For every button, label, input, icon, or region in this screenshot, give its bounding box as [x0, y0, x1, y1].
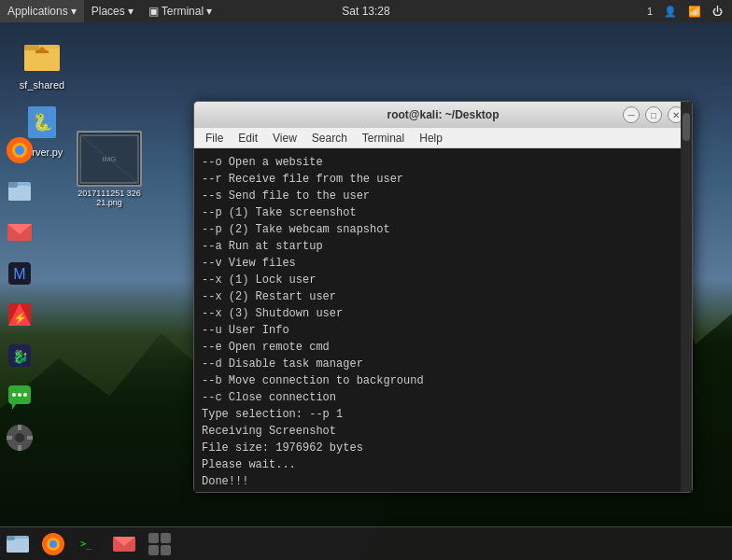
svg-rect-51 [161, 545, 171, 555]
maximize-button[interactable]: □ [645, 106, 662, 123]
taskbar-clock: Sat 13:28 [342, 5, 389, 18]
terminal-scrollbar-thumb[interactable] [683, 113, 690, 141]
svg-rect-34 [18, 425, 21, 430]
terminal-line: Total bytes received: 1976962 bytes [202, 490, 684, 492]
svg-text:>_: >_ [80, 539, 92, 550]
svg-rect-40 [7, 536, 15, 540]
menu-edit[interactable]: Edit [231, 128, 265, 148]
terminal-line: --p (1) Take screenshot [202, 204, 684, 221]
sidebar-icon-app4[interactable]: M [0, 254, 39, 293]
svg-text:M: M [13, 266, 25, 282]
bottom-icon-grid[interactable] [144, 528, 176, 560]
terminal-line: File size: 1976962 bytes [202, 440, 684, 456]
svg-rect-16 [8, 186, 31, 201]
power-icon[interactable]: ⏻ [709, 6, 726, 17]
bottom-taskbar: >_ [0, 526, 732, 560]
svg-rect-2 [24, 45, 39, 50]
terminal-line: --x (2) Restart user [202, 288, 684, 305]
terminal-line: --e Open remote cmd [202, 339, 684, 356]
terminal-arrow: ▾ [206, 5, 212, 18]
desktop: Applications ▾ Places ▾ ▣ Terminal ▾ Sat… [0, 0, 732, 560]
desktop-icon-screenshot[interactable]: IMG 2017111251 32621.png [77, 131, 142, 207]
terminal-line: --d Disable task manager [202, 356, 684, 372]
terminal-line: Done!!! [202, 473, 684, 490]
svg-rect-49 [161, 533, 171, 543]
bottom-icon-files[interactable] [2, 528, 34, 560]
menu-search[interactable]: Search [304, 128, 355, 148]
terminal-line: Please wait... [202, 456, 684, 473]
svg-rect-50 [148, 545, 159, 555]
terminal-line: --b Move connection to background [202, 372, 684, 389]
workspace-indicator[interactable]: 1 [643, 6, 656, 17]
bottom-icon-browser[interactable] [37, 528, 69, 560]
terminal-content[interactable]: --o Open a website--r Receive file from … [194, 148, 692, 492]
places-arrow: ▾ [128, 5, 134, 18]
menu-view[interactable]: View [265, 128, 304, 148]
terminal-line: --x (1) Lock user [202, 272, 684, 288]
terminal-line: Receiving Screenshot [202, 423, 684, 440]
svg-rect-37 [27, 436, 33, 440]
terminal-controls: ─ □ ✕ [623, 106, 684, 123]
sf-shared-label: sf_shared [20, 79, 64, 91]
svg-rect-17 [8, 182, 18, 188]
svg-point-31 [23, 393, 27, 397]
svg-point-14 [15, 146, 24, 155]
terminal-label: Terminal [162, 5, 204, 18]
sidebar-icon-chat[interactable] [0, 377, 39, 416]
svg-point-33 [15, 433, 24, 442]
svg-text:🐉: 🐉 [12, 349, 29, 365]
bottom-icon-mail[interactable] [108, 528, 140, 560]
terminal-title: root@kali: ~/Desktop [387, 108, 499, 121]
taskbar-right: 1 👤 📶 ⏻ [643, 6, 732, 18]
menu-help[interactable]: Help [412, 128, 450, 148]
terminal-icon-small: ▣ [148, 5, 159, 18]
desktop-icon-sf-shared[interactable]: sf_shared [9, 33, 75, 91]
network-icon: 📶 [684, 6, 705, 18]
svg-rect-39 [7, 539, 29, 553]
svg-point-29 [12, 393, 16, 397]
svg-point-43 [49, 540, 57, 548]
svg-rect-35 [18, 445, 21, 451]
terminal-line: --r Receive file from the user [202, 171, 684, 188]
minimize-button[interactable]: ─ [623, 106, 640, 123]
terminal-line: --o Open a website [202, 154, 684, 171]
people-icon: 👤 [660, 6, 681, 18]
terminal-line: Type selection: --p 1 [202, 406, 684, 423]
svg-rect-48 [148, 533, 159, 543]
applications-label: Applications [7, 5, 68, 18]
terminal-menubar: File Edit View Search Terminal Help [194, 128, 692, 148]
svg-text:🐍: 🐍 [32, 112, 53, 133]
sidebar-icon-mail[interactable] [0, 213, 39, 252]
terminal-line: --x (3) Shutdown user [202, 305, 684, 322]
sidebar-apps: M ⚡ 🐉 [0, 131, 39, 457]
top-taskbar: Applications ▾ Places ▾ ▣ Terminal ▾ Sat… [0, 0, 732, 22]
bottom-icon-terminal[interactable]: >_ [73, 528, 105, 560]
places-menu[interactable]: Places ▾ [84, 0, 141, 22]
terminal-line: --p (2) Take webcam snapshot [202, 221, 684, 238]
terminal-window: root@kali: ~/Desktop ─ □ ✕ File Edit Vie… [193, 101, 693, 493]
terminal-menu[interactable]: ▣ Terminal ▾ [141, 0, 219, 22]
sidebar-icon-app6[interactable]: 🐉 [0, 336, 39, 375]
sidebar-icon-app5[interactable]: ⚡ [0, 295, 39, 334]
menu-file[interactable]: File [198, 128, 231, 148]
terminal-line: --c Close connection [202, 389, 684, 406]
terminal-scrollbar[interactable] [681, 102, 692, 492]
screenshot-thumb: IMG [77, 131, 142, 187]
terminal-line: --u User Info [202, 322, 684, 339]
terminal-line: --v View files [202, 255, 684, 272]
svg-point-30 [18, 393, 21, 397]
taskbar-left: Applications ▾ Places ▾ ▣ Terminal ▾ [0, 0, 643, 22]
svg-marker-28 [12, 404, 16, 410]
svg-text:⚡: ⚡ [13, 311, 27, 325]
sidebar-icon-settings[interactable] [0, 418, 39, 457]
sidebar-icon-files[interactable] [0, 172, 39, 211]
screenshot-label: 2017111251 32621.png [77, 189, 142, 207]
terminal-titlebar: root@kali: ~/Desktop ─ □ ✕ [194, 102, 692, 128]
svg-text:IMG: IMG [102, 155, 116, 163]
sidebar-icon-firefox[interactable] [0, 131, 39, 170]
applications-menu[interactable]: Applications ▾ [0, 0, 84, 22]
terminal-line: --s Send file to the user [202, 188, 684, 204]
applications-arrow: ▾ [71, 5, 77, 18]
menu-terminal[interactable]: Terminal [355, 128, 412, 148]
svg-rect-36 [7, 436, 12, 440]
